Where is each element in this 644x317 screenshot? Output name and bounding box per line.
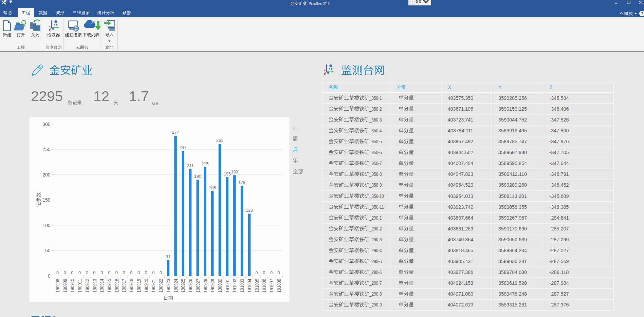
svg-text:403944.602: 403944.602 [448, 149, 474, 155]
svg-text:3590044.752: 3590044.752 [498, 117, 527, 123]
svg-text:1.7: 1.7 [129, 88, 149, 104]
svg-text:191004: 191004 [247, 279, 252, 293]
svg-text:3590267.067: 3590267.067 [498, 215, 527, 221]
svg-text:190927: 190927 [195, 279, 201, 293]
svg-text:50: 50 [45, 248, 51, 253]
svg-text:0: 0 [100, 271, 103, 275]
svg-text:403723.741: 403723.741 [448, 117, 474, 123]
svg-text:0: 0 [78, 271, 81, 275]
svg-text:190911: 190911 [77, 279, 82, 293]
svg-text:0: 0 [48, 273, 51, 279]
svg-text:-287.569: -287.569 [550, 258, 569, 264]
svg-text:3589412.110: 3589412.110 [498, 171, 527, 177]
svg-text:12: 12 [93, 88, 109, 104]
svg-text:404071.080: 404071.080 [448, 291, 474, 297]
svg-text:190922: 190922 [158, 279, 164, 293]
svg-text:0: 0 [263, 271, 265, 275]
svg-text:X: X [448, 85, 452, 90]
svg-text:3589590.854: 3589590.854 [498, 160, 527, 166]
svg-text:_350-6: _350-6 [369, 150, 382, 155]
svg-text:_290-4: _290-4 [369, 248, 382, 253]
svg-text:_350-11: _350-11 [369, 204, 384, 210]
svg-text:190920: 190920 [144, 279, 149, 293]
svg-text:190924: 190924 [173, 279, 179, 293]
svg-text:_290-5: _290-5 [369, 259, 382, 264]
svg-text:403749.864: 403749.864 [448, 237, 474, 242]
svg-text:191005: 191005 [254, 279, 260, 293]
svg-text:0: 0 [160, 271, 162, 275]
svg-text:0: 0 [93, 271, 96, 275]
svg-text:0: 0 [71, 271, 73, 275]
svg-text:261: 261 [216, 138, 223, 143]
svg-text:_350-2: _350-2 [369, 106, 382, 112]
svg-text:0: 0 [130, 271, 132, 275]
svg-text:?: ? [641, 11, 643, 16]
svg-text:3589704.680: 3589704.680 [498, 269, 527, 275]
svg-text:191003: 191003 [239, 279, 245, 293]
svg-text:404047.823: 404047.823 [448, 171, 474, 177]
svg-text:190928: 190928 [203, 279, 208, 293]
svg-text:404072.619: 404072.619 [448, 302, 474, 307]
svg-text:250: 250 [42, 147, 51, 152]
svg-text:247: 247 [179, 145, 186, 150]
svg-text:403671.105: 403671.105 [448, 106, 474, 112]
svg-text:0: 0 [278, 271, 280, 275]
svg-text:403784.111: 403784.111 [448, 128, 474, 133]
svg-text:190916: 190916 [114, 279, 119, 293]
svg-text:-345.584: -345.584 [550, 95, 569, 101]
svg-text:_290-3: _290-3 [369, 237, 382, 242]
svg-text:191006: 191006 [261, 279, 267, 293]
svg-text:_350-3: _350-3 [369, 117, 382, 123]
svg-text:190918: 190918 [129, 279, 134, 293]
svg-text:404007.464: 404007.464 [448, 160, 474, 166]
svg-text:_290-9: _290-9 [369, 302, 382, 307]
svg-text:200: 200 [42, 172, 51, 178]
svg-text:-346.452: -346.452 [550, 182, 569, 188]
svg-text:403923.742: 403923.742 [448, 204, 474, 210]
svg-text:199: 199 [231, 170, 238, 174]
svg-text:190915: 190915 [107, 279, 112, 293]
svg-text:_290-7: _290-7 [369, 280, 382, 286]
svg-text:190913: 190913 [92, 279, 97, 293]
svg-text:168: 168 [209, 185, 216, 190]
svg-text:191001: 191001 [225, 279, 230, 293]
svg-text:3589830.281: 3589830.281 [498, 258, 527, 264]
svg-text:190926: 190926 [188, 279, 193, 293]
svg-text:0: 0 [108, 271, 110, 275]
svg-text:300: 300 [42, 122, 51, 127]
svg-text:403954.013: 403954.013 [448, 193, 474, 199]
svg-text:-284.841: -284.841 [550, 215, 569, 221]
svg-text:Y: Y [499, 85, 502, 90]
svg-text:-347.976: -347.976 [550, 138, 569, 144]
svg-text:403857.492: 403857.492 [448, 138, 474, 144]
svg-text:3590159.125: 3590159.125 [498, 106, 527, 112]
svg-text:GB: GB [152, 101, 159, 106]
svg-text:403607.664: 403607.664 [448, 215, 474, 221]
svg-text:403905.431: 403905.431 [448, 258, 474, 264]
svg-text:190917: 190917 [121, 279, 127, 293]
svg-text:0: 0 [270, 271, 273, 275]
svg-text:3589919.495: 3589919.495 [498, 128, 527, 133]
svg-text:3589785.747: 3589785.747 [498, 138, 527, 144]
svg-text:_290-6: _290-6 [369, 269, 382, 275]
svg-text:403977.386: 403977.386 [448, 269, 474, 275]
svg-text:0: 0 [152, 271, 154, 275]
svg-text:_350-9: _350-9 [369, 182, 382, 188]
svg-text:403575.350: 403575.350 [448, 95, 474, 101]
svg-text:-347.644: -347.644 [550, 160, 569, 166]
svg-text:0: 0 [256, 271, 258, 275]
svg-text:3589478.248: 3589478.248 [498, 291, 527, 297]
svg-text:0: 0 [137, 271, 140, 275]
svg-text:404054.529: 404054.529 [448, 182, 474, 188]
svg-text:-287.527: -287.527 [550, 291, 569, 297]
svg-text:3589964.234: 3589964.234 [498, 247, 527, 253]
svg-text:190: 190 [194, 174, 201, 179]
svg-text:-: - [306, 1, 308, 6]
svg-text:190919: 190919 [136, 279, 142, 293]
svg-text:3590170.690: 3590170.690 [498, 226, 527, 231]
svg-text:403681.269: 403681.269 [448, 226, 474, 231]
svg-text:0: 0 [56, 271, 59, 275]
svg-text:_290-2: _290-2 [369, 226, 382, 231]
svg-text:190909: 190909 [62, 279, 68, 293]
svg-text:_350-8: _350-8 [369, 171, 382, 177]
